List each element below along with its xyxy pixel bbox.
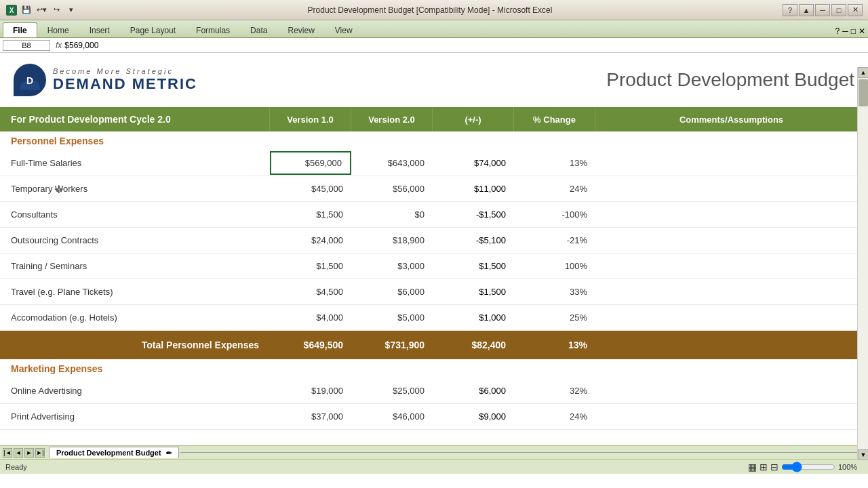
cell-pct[interactable]: 100% (514, 256, 595, 277)
tab-insert[interactable]: Insert (79, 22, 120, 37)
formula-input[interactable] (64, 41, 865, 50)
cell-comments[interactable] (595, 261, 868, 272)
ribbon-close-icon[interactable]: ✕ (859, 26, 865, 36)
cell-diff[interactable]: -$1,500 (433, 204, 514, 225)
cell-diff[interactable]: $1,500 (433, 256, 514, 277)
cell-pct[interactable]: -100% (514, 204, 595, 225)
table-row[interactable]: Outsourcing Contracts $24,000 $18,900 -$… (0, 228, 868, 253)
row-label[interactable]: Accomodation (e.g. Hotels) (0, 307, 270, 328)
cell-diff[interactable]: $1,500 (433, 281, 514, 302)
tab-review[interactable]: Review (277, 22, 324, 37)
tab-home[interactable]: Home (37, 22, 79, 37)
cell-v2[interactable]: $5,000 (351, 307, 433, 328)
cell-v1[interactable]: $19,000 (270, 380, 351, 401)
cell-diff[interactable]: $74,000 (433, 152, 514, 174)
tab-prev-icon[interactable]: ◄ (14, 448, 23, 458)
cell-pct[interactable]: 24% (514, 178, 595, 199)
col-header-comments[interactable]: Comments/Assumptions (595, 107, 868, 131)
cell-v2[interactable]: $3,000 (351, 256, 433, 277)
cell-diff[interactable]: $11,000 (433, 178, 514, 199)
window-controls[interactable]: ? ▲ ─ □ ✕ (783, 4, 863, 16)
cell-diff[interactable]: $9,000 (433, 406, 514, 427)
table-row[interactable]: Accomodation (e.g. Hotels) $4,000 $5,000… (0, 305, 868, 331)
cell-v2[interactable]: $6,000 (351, 281, 433, 302)
ribbon-min-icon[interactable]: ─ (842, 26, 848, 36)
cell-pct[interactable]: 24% (514, 406, 595, 427)
cell-reference-box[interactable] (3, 40, 50, 51)
table-row[interactable]: Temporary Workers $45,000 $56,000 $11,00… (0, 176, 868, 202)
table-row[interactable]: Print Advertising $37,000 $46,000 $9,000… (0, 404, 868, 430)
cell-pct[interactable]: 13% (514, 152, 595, 174)
cell-comments[interactable] (595, 312, 868, 323)
page-layout-icon[interactable]: ⊞ (760, 462, 768, 472)
sheet-tab-active[interactable]: Product Development Budget ✏ (49, 447, 179, 458)
ribbon-help-icon[interactable]: ? (835, 26, 840, 36)
cell-comments[interactable] (595, 386, 868, 396)
col-header-diff[interactable]: (+/-) (433, 107, 514, 131)
cell-diff[interactable]: $1,000 (433, 307, 514, 328)
cell-pct[interactable]: -21% (514, 230, 595, 251)
row-label[interactable]: Print Advertising (0, 406, 270, 427)
restore-button[interactable]: □ (831, 4, 846, 16)
redo-icon[interactable]: ↪ (50, 4, 62, 16)
cell-v2[interactable]: $643,000 (351, 152, 433, 174)
cell-v1[interactable]: $1,500 (270, 204, 351, 225)
save-icon[interactable]: 💾 (20, 4, 33, 16)
cell-v1[interactable]: $45,000 (270, 178, 351, 199)
zoom-level[interactable]: 100% (838, 463, 863, 471)
undo-dropdown[interactable]: ↩▾ (35, 4, 47, 16)
cell-v1[interactable]: $4,500 (270, 281, 351, 302)
cell-v2[interactable]: $18,900 (351, 230, 433, 251)
col-header-v1[interactable]: Version 1.0 (270, 107, 351, 131)
col-header-v2[interactable]: Version 2.0 (351, 107, 433, 131)
cell-v1[interactable]: $4,000 (270, 307, 351, 328)
col-header-pct[interactable]: % Change (514, 107, 595, 131)
close-button[interactable]: ✕ (848, 4, 863, 16)
cell-pct[interactable]: 25% (514, 307, 595, 328)
customize-icon[interactable]: ▾ (65, 4, 77, 16)
zoom-slider[interactable] (781, 463, 835, 471)
cell-diff[interactable]: $6,000 (433, 380, 514, 401)
cell-v2[interactable]: $46,000 (351, 406, 433, 427)
tab-navigation[interactable]: |◄ ◄ ► ►| (3, 448, 45, 458)
table-row[interactable]: Online Advertising $19,000 $25,000 $6,00… (0, 378, 868, 404)
row-label[interactable]: Temporary Workers (0, 178, 270, 199)
ribbon-collapse[interactable]: ▲ (799, 4, 814, 16)
quick-access-toolbar[interactable]: X 💾 ↩▾ ↪ ▾ (5, 4, 77, 16)
tab-view[interactable]: View (325, 22, 363, 37)
tab-last-icon[interactable]: ►| (35, 448, 45, 458)
table-row[interactable]: Consultants $1,500 $0 -$1,500 -100% (0, 202, 868, 228)
cell-v1[interactable]: $24,000 (270, 230, 351, 251)
minimize-button[interactable]: ─ (815, 4, 830, 16)
row-label[interactable]: Online Advertising (0, 380, 270, 401)
cell-comments[interactable] (595, 184, 868, 195)
cell-pct[interactable]: 32% (514, 380, 595, 401)
cell-comments[interactable] (595, 411, 868, 422)
table-row[interactable]: Training / Seminars $1,500 $3,000 $1,500… (0, 253, 868, 279)
scroll-down-icon[interactable]: ▼ (858, 449, 868, 460)
vertical-scrollbar[interactable]: ▲ ▼ (857, 67, 868, 460)
cell-pct[interactable]: 33% (514, 281, 595, 302)
cell-comments[interactable] (595, 158, 868, 169)
normal-view-icon[interactable]: ▦ (748, 462, 757, 472)
cell-v1[interactable]: $1,500 (270, 256, 351, 277)
row-label[interactable]: Outsourcing Contracts (0, 230, 270, 251)
row-label[interactable]: Training / Seminars (0, 256, 270, 277)
cell-v2[interactable]: $56,000 (351, 178, 433, 199)
cell-v2[interactable]: $0 (351, 204, 433, 225)
sheet-edit-icon[interactable]: ✏ (166, 449, 172, 457)
cell-comments[interactable] (595, 209, 868, 220)
row-label[interactable]: Full-Time Salaries (0, 152, 270, 174)
tab-file[interactable]: File (3, 22, 37, 37)
row-label[interactable]: Travel (e.g. Plane Tickets) (0, 281, 270, 302)
scroll-thumb[interactable] (859, 79, 868, 106)
page-break-icon[interactable]: ⊟ (770, 462, 778, 472)
row-label[interactable]: Consultants (0, 204, 270, 225)
tab-next-icon[interactable]: ► (24, 448, 34, 458)
scroll-up-icon[interactable]: ▲ (858, 67, 868, 78)
ribbon-restore-icon[interactable]: □ (851, 26, 856, 36)
cell-v2[interactable]: $25,000 (351, 380, 433, 401)
tab-formulas[interactable]: Formulas (186, 22, 240, 37)
help-icon[interactable]: ? (783, 4, 797, 16)
cell-diff[interactable]: -$5,100 (433, 230, 514, 251)
